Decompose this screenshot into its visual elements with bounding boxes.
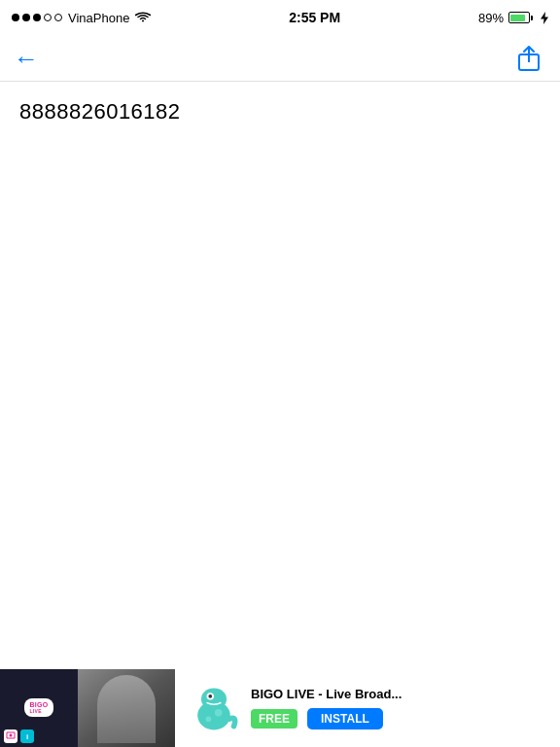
signal-strength [12, 14, 62, 21]
ad-install-button[interactable]: INSTALL [307, 708, 383, 729]
signal-dot-2 [22, 14, 30, 21]
signal-dot-1 [12, 14, 19, 21]
battery-tip [531, 16, 533, 20]
ad-banner[interactable]: BIGO LIVE i [0, 669, 560, 747]
status-time: 2:55 PM [289, 10, 340, 25]
signal-dot-4 [44, 14, 52, 21]
signal-dot-3 [33, 14, 41, 21]
battery-percent: 89% [478, 11, 504, 25]
wifi-icon [135, 12, 151, 23]
carrier-name: VinaPhone [68, 11, 129, 25]
svg-point-6 [208, 694, 212, 698]
svg-point-4 [201, 688, 227, 709]
main-content: 8888826016182 [0, 82, 560, 142]
battery-fill [510, 15, 524, 21]
status-bar: VinaPhone 2:55 PM 89% [0, 0, 560, 35]
ad-text-section: BIGO LIVE - Live Broad... FREE INSTALL [251, 687, 548, 730]
share-icon [515, 45, 542, 72]
nav-bar: ← [0, 35, 560, 82]
ad-dino-section: BIGO LIVE - Live Broad... FREE INSTALL [175, 669, 560, 747]
lightning-icon [541, 12, 548, 24]
back-arrow-icon: ← [14, 46, 39, 71]
share-button[interactable] [511, 41, 546, 76]
ad-person-image [78, 669, 175, 747]
battery-icon [508, 12, 533, 23]
svg-point-2 [10, 734, 13, 737]
battery-body [508, 12, 530, 23]
page-number: 8888826016182 [19, 99, 541, 124]
svg-point-8 [206, 716, 212, 722]
ad-title: BIGO LIVE - Live Broad... [251, 687, 548, 703]
signal-dot-5 [54, 14, 62, 21]
ad-free-badge: FREE [251, 709, 298, 729]
back-button[interactable]: ← [14, 46, 39, 71]
ad-app-icon-section: BIGO LIVE i [0, 669, 78, 747]
status-left: VinaPhone [12, 11, 151, 25]
ad-action-buttons: FREE INSTALL [251, 708, 548, 729]
dino-mascot-icon [187, 681, 241, 735]
svg-point-7 [215, 709, 222, 716]
status-right: 89% [478, 11, 548, 25]
